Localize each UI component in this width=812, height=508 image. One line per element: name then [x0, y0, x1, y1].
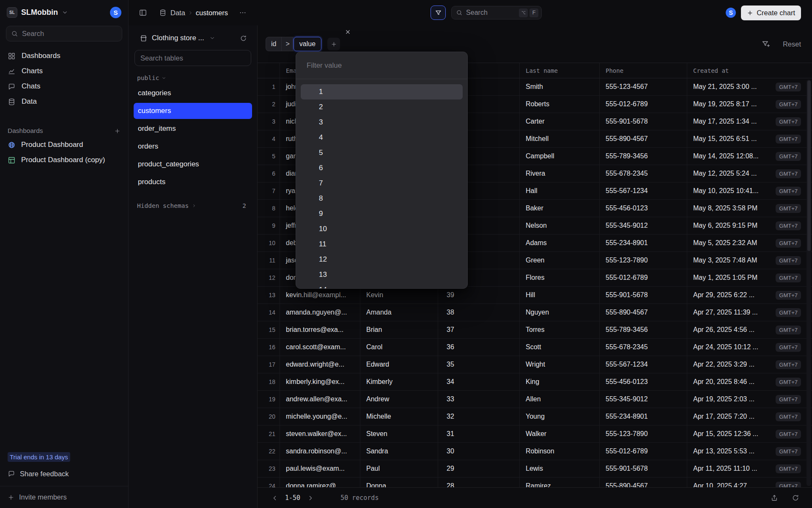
cell-email[interactable]: donna.ramirez@... [280, 478, 360, 487]
cell-created-at[interactable]: May 10, 2025 10:41... GMT+7 [687, 182, 812, 199]
cell-phone[interactable]: 555-890-4567 [600, 130, 687, 147]
cell-last-name[interactable]: Robinson [520, 443, 600, 460]
cell-last-name[interactable]: Allen [520, 391, 600, 408]
cell-last-name[interactable]: Hall [520, 182, 600, 199]
filter-option[interactable]: 11 [301, 237, 463, 252]
cell-created-at[interactable]: May 14, 2025 12:08... GMT+7 [687, 148, 812, 165]
schema-toggle[interactable]: public [129, 75, 257, 81]
table-row[interactable]: 23 paul.lewis@exam... Paul 29 Lewis 555-… [258, 460, 812, 478]
cell-age[interactable]: 38 [438, 304, 520, 321]
add-filter-funnel-icon[interactable] [762, 40, 770, 48]
cell-phone[interactable]: 555-567-1234 [600, 182, 687, 199]
cell-age[interactable]: 30 [438, 443, 520, 460]
datasource-selector[interactable]: Clothing store ... [129, 25, 257, 47]
cell-first-name[interactable]: Andrew [360, 391, 438, 408]
cell-last-name[interactable]: Torres [520, 321, 600, 338]
column-header-created-at[interactable]: Created at [687, 63, 812, 78]
cell-age[interactable]: 36 [438, 339, 520, 356]
cell-first-name[interactable]: Sandra [360, 443, 438, 460]
cell-age[interactable]: 37 [438, 321, 520, 338]
cell-phone[interactable]: 555-123-7890 [600, 252, 687, 269]
filter-option[interactable]: 6 [301, 160, 463, 176]
cell-phone[interactable]: 555-012-6789 [600, 96, 687, 113]
cell-phone[interactable]: 555-901-5678 [600, 287, 687, 304]
cell-last-name[interactable]: Nelson [520, 217, 600, 234]
cell-age[interactable]: 39 [438, 287, 520, 304]
cell-created-at[interactable]: May 3, 2025 7:48 AM GMT+7 [687, 252, 812, 269]
cell-phone[interactable]: 555-456-0123 [600, 373, 687, 390]
cell-email[interactable]: steven.walker@ex... [280, 425, 360, 442]
cell-phone[interactable]: 555-345-9012 [600, 217, 687, 234]
cell-phone[interactable]: 555-345-9012 [600, 391, 687, 408]
column-header-phone[interactable]: Phone [600, 63, 687, 78]
table-row[interactable]: 14 amanda.nguyen@... Amanda 38 Nguyen 55… [258, 304, 812, 321]
sidebar-item-chats[interactable]: Chats [0, 79, 128, 94]
cell-first-name[interactable]: Brian [360, 321, 438, 338]
cell-created-at[interactable]: May 1, 2025 1:05 PM GMT+7 [687, 269, 812, 286]
cell-last-name[interactable]: Baker [520, 200, 600, 217]
cell-created-at[interactable]: Apr 10, 2025 4:27 ... GMT+7 [687, 478, 812, 487]
table-row[interactable]: 24 donna.ramirez@... Donna 28 Ramirez 55… [258, 478, 812, 487]
filter-option[interactable]: 5 [301, 145, 463, 160]
filter-option[interactable]: 7 [301, 176, 463, 191]
cell-email[interactable]: andrew.allen@exa... [280, 391, 360, 408]
cell-created-at[interactable]: May 15, 2025 6:51 ... GMT+7 [687, 130, 812, 147]
cell-created-at[interactable]: Apr 29, 2025 6:22 ... GMT+7 [687, 287, 812, 304]
sidebar-search-input[interactable]: Search [6, 26, 122, 41]
filter-toggle-button[interactable] [431, 6, 446, 20]
cell-first-name[interactable]: Kevin [360, 287, 438, 304]
cell-last-name[interactable]: Hill [520, 287, 600, 304]
filter-option[interactable]: 13 [301, 267, 463, 282]
cell-email[interactable]: michelle.young@e... [280, 408, 360, 425]
cell-first-name[interactable]: Carol [360, 339, 438, 356]
filter-option[interactable]: 9 [301, 206, 463, 221]
cell-email[interactable]: paul.lewis@exam... [280, 460, 360, 477]
cell-last-name[interactable]: Rivera [520, 165, 600, 182]
cell-created-at[interactable]: May 12, 2025 5:24 ... GMT+7 [687, 165, 812, 182]
cell-last-name[interactable]: Carter [520, 113, 600, 130]
table-row[interactable]: 13 kevin.hill@exampl... Kevin 39 Hill 55… [258, 287, 812, 304]
cell-phone[interactable]: 555-567-1234 [600, 356, 687, 373]
cell-age[interactable]: 32 [438, 408, 520, 425]
cell-created-at[interactable]: Apr 27, 2025 11:39 ... GMT+7 [687, 304, 812, 321]
column-header-last-name[interactable]: Last name [520, 63, 600, 78]
cell-first-name[interactable]: Donna [360, 478, 438, 487]
cell-first-name[interactable]: Amanda [360, 304, 438, 321]
cell-last-name[interactable]: Campbell [520, 148, 600, 165]
share-feedback-button[interactable]: Share feedback [0, 467, 128, 481]
filter-option[interactable]: 1 [301, 84, 463, 99]
filter-option[interactable]: 2 [301, 99, 463, 115]
add-filter-button[interactable] [327, 38, 340, 50]
cell-first-name[interactable]: Paul [360, 460, 438, 477]
reset-filters-button[interactable]: Reset [783, 40, 801, 48]
cell-created-at[interactable]: Apr 19, 2025 2:03 ... GMT+7 [687, 391, 812, 408]
sidebar-item-product-dashboard-copy[interactable]: Product Dashboard (copy) [0, 152, 128, 168]
table-row[interactable]: 18 kimberly.king@ex... Kimberly 34 King … [258, 373, 812, 391]
cell-age[interactable]: 34 [438, 373, 520, 390]
search-tables-input[interactable]: Search tables [134, 50, 251, 66]
filter-option[interactable]: 10 [301, 221, 463, 237]
table-list-item[interactable]: categories [134, 85, 252, 101]
cell-last-name[interactable]: Scott [520, 339, 600, 356]
vertical-scrollbar[interactable] [807, 80, 811, 486]
more-options-icon[interactable] [239, 9, 247, 17]
filter-option[interactable]: 4 [301, 130, 463, 145]
sidebar-item-dashboards[interactable]: Dashboards [0, 48, 128, 64]
cell-email[interactable]: kimberly.king@ex... [280, 373, 360, 390]
cell-age[interactable]: 28 [438, 478, 520, 487]
cell-email[interactable]: brian.torres@exa... [280, 321, 360, 338]
create-chart-button[interactable]: Create chart [741, 6, 801, 20]
cell-phone[interactable]: 555-234-8901 [600, 408, 687, 425]
table-list-item[interactable]: orders [134, 138, 252, 155]
close-filter-icon[interactable] [343, 27, 352, 36]
cell-created-at[interactable]: Apr 15, 2025 12:36 ... GMT+7 [687, 425, 812, 442]
breadcrumb-page[interactable]: customers [196, 9, 228, 17]
cell-last-name[interactable]: Mitchell [520, 130, 600, 147]
cell-phone[interactable]: 555-678-2345 [600, 339, 687, 356]
table-list-item[interactable]: customers [134, 103, 252, 119]
scrollbar-thumb[interactable] [807, 80, 811, 251]
cell-created-at[interactable]: May 8, 2025 3:58 PM GMT+7 [687, 200, 812, 217]
cell-last-name[interactable]: Smith [520, 78, 600, 95]
cell-phone[interactable]: 555-890-4567 [600, 304, 687, 321]
cell-created-at[interactable]: Apr 24, 2025 10:12 ... GMT+7 [687, 339, 812, 356]
